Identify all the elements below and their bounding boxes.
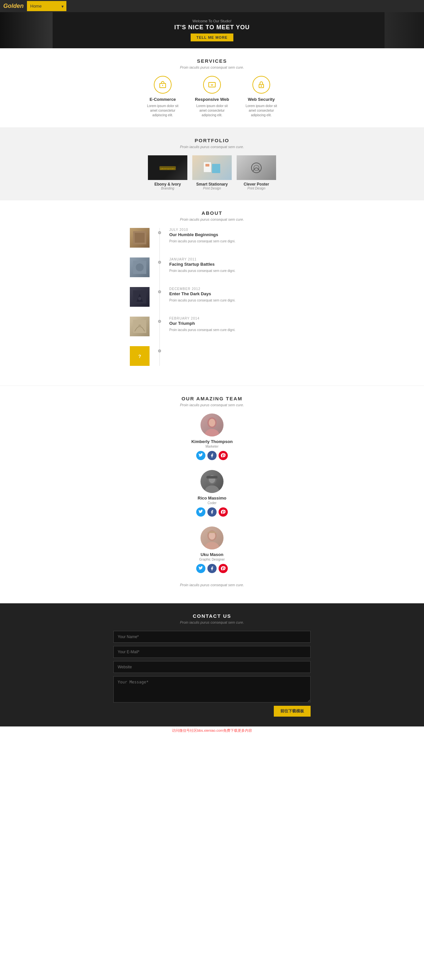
team-member-1: Kimberly Thompson Marketer (6, 414, 418, 460)
svg-point-17 (138, 297, 141, 300)
team-section: OUR AMAZING TEAM Proin iaculis purus con… (0, 386, 424, 603)
timeline-item-5: ? (130, 346, 294, 366)
services-section: SERVICES Proin iaculis purus consequat s… (0, 48, 424, 127)
security-name: Web Security (242, 97, 281, 102)
timeline-item-4: FEBRUARY 2014 Our Triumph Proin iaculis … (130, 317, 294, 336)
service-responsive: Responsive Web Lorem ipsum dolor sit ame… (192, 76, 232, 118)
timeline-dot-2 (158, 261, 161, 264)
twitter-icon-uku[interactable] (196, 564, 206, 573)
watermark-text: 访问微信号社区bbs.xieniao.com免费下载更多内容 (172, 729, 252, 732)
timeline-item-1: JULY 2010 Our Humble Beginnings Proin ia… (130, 228, 294, 248)
facebook-icon-rico[interactable] (207, 508, 217, 517)
submit-button[interactable]: 前往下载模板 (274, 706, 311, 717)
team-subtitle: Proin iaculis purus consequat sem cure. (6, 403, 418, 407)
timeline-text-3: Proin iaculis purus consequat sem cure d… (169, 298, 235, 303)
svg-point-15 (136, 263, 143, 271)
top-navigation: Golden Home About Portfolio Contact (0, 0, 424, 12)
svg-rect-2 (209, 83, 215, 87)
team-social-uku (6, 564, 418, 573)
twitter-icon-rico[interactable] (196, 508, 206, 517)
timeline-heading-2: Facing Startup Battles (169, 262, 235, 267)
email-input[interactable] (113, 646, 311, 658)
service-ecommerce: E-Commerce Lorem ipsum dolor sit amet co… (143, 76, 182, 118)
svg-text:EBONY&IVORY: EBONY&IVORY (160, 168, 175, 170)
hero-content: Welcome To Our Studio! IT'S NICE TO MEET… (174, 19, 250, 41)
portfolio-ebony-img: EBONY&IVORY (148, 155, 187, 180)
logo: Golden (3, 0, 27, 12)
portfolio-ebony[interactable]: EBONY&IVORY Ebony & Ivory Branding (148, 155, 187, 190)
portfolio-stationary-name: Smart Stationary (192, 182, 232, 186)
timeline-img-wrap-4 (130, 317, 156, 336)
ecommerce-icon (154, 76, 172, 94)
team-name-kimberly: Kimberly Thompson (6, 439, 418, 444)
hero-cta-button[interactable]: TELL ME MORE (191, 33, 234, 41)
svg-point-30 (205, 542, 219, 549)
team-bottom-text: Proin iaculis purus consequat sem cure. (6, 583, 418, 587)
team-photo-rico (201, 470, 223, 493)
team-role-kimberly: Marketer (6, 445, 418, 448)
portfolio-stationary[interactable]: Smart Stationary Print Design (192, 155, 232, 190)
team-photo-kimberly (201, 414, 223, 436)
timeline-dot-1 (158, 231, 161, 234)
timeline-text-2: Proin iaculis purus consequat sem cure d… (169, 268, 235, 273)
services-title: SERVICES (6, 58, 418, 64)
hero-title: IT'S NICE TO MEET YOU (174, 24, 250, 31)
contact-form: 前往下载模板 (113, 631, 311, 717)
timeline-img-yellow: ? (130, 346, 150, 366)
timeline-img-4 (130, 317, 150, 336)
team-social-kimberly (6, 451, 418, 460)
message-input[interactable] (113, 676, 311, 703)
team-member-2: Rico Massimo Coder (6, 470, 418, 517)
website-input[interactable] (113, 661, 311, 673)
hero-section: Welcome To Our Studio! IT'S NICE TO MEET… (0, 12, 424, 48)
portfolio-ebony-cat: Branding (148, 186, 187, 190)
service-security: Web Security Lorem ipsum dolor sit amet … (242, 76, 281, 118)
pinterest-icon-uku[interactable] (218, 564, 228, 573)
about-title: ABOUT (6, 210, 418, 216)
responsive-icon (203, 76, 221, 94)
timeline-heading-4: Our Triumph (169, 321, 235, 326)
timeline-dot-5 (158, 350, 161, 352)
pinterest-icon-rico[interactable] (218, 508, 228, 517)
timeline-dot-3 (158, 290, 161, 293)
portfolio-ebony-name: Ebony & Ivory (148, 182, 187, 186)
timeline-text-1: Proin iaculis purus consequat sem cure d… (169, 239, 235, 244)
portfolio-stationary-img (192, 155, 232, 180)
timeline-content-4: FEBRUARY 2014 Our Triumph Proin iaculis … (163, 317, 235, 332)
timeline-dot-4 (158, 320, 161, 323)
timeline-date-4: FEBRUARY 2014 (169, 317, 235, 320)
team-social-rico (6, 508, 418, 517)
timeline-heading-3: Enter The Dark Days (169, 291, 235, 296)
name-input[interactable] (113, 631, 311, 643)
services-grid: E-Commerce Lorem ipsum dolor sit amet co… (6, 76, 418, 118)
contact-title: CONTACT US (6, 613, 418, 619)
responsive-name: Responsive Web (192, 97, 232, 102)
timeline-img-3 (130, 287, 150, 307)
portfolio-poster[interactable]: Clever Poster Print Design (237, 155, 276, 190)
services-subtitle: Proin iaculis purus consequat sem cure. (6, 65, 418, 69)
facebook-icon-kimberly[interactable] (207, 451, 217, 460)
svg-point-26 (205, 485, 219, 493)
timeline-img-2 (130, 258, 150, 277)
about-subtitle: Proin iaculis purus consequat sem cure. (6, 217, 418, 221)
portfolio-stationary-cat: Print Design (192, 186, 232, 190)
nav-dropdown[interactable]: Home About Portfolio Contact (27, 1, 66, 11)
contact-section: CONTACT US Proin iaculis purus consequat… (0, 603, 424, 727)
portfolio-subtitle: Proin iaculis purus consequat sem cure. (6, 145, 418, 149)
svg-rect-13 (135, 233, 145, 243)
portfolio-grid: EBONY&IVORY Ebony & Ivory Branding Smart… (6, 155, 418, 190)
facebook-icon-uku[interactable] (207, 564, 217, 573)
timeline-content-3: DECEMBER 2012 Enter The Dark Days Proin … (163, 287, 235, 303)
portfolio-poster-name: Clever Poster (237, 182, 276, 186)
portfolio-title: PORTFOLIO (6, 138, 418, 143)
pinterest-icon-kimberly[interactable] (218, 451, 228, 460)
portfolio-poster-cat: Print Design (237, 186, 276, 190)
svg-rect-9 (206, 164, 209, 167)
svg-point-4 (261, 86, 261, 86)
security-icon (252, 76, 270, 94)
svg-rect-8 (212, 164, 220, 173)
team-photo-uku (201, 527, 223, 549)
twitter-icon-kimberly[interactable] (196, 451, 206, 460)
timeline: JULY 2010 Our Humble Beginnings Proin ia… (130, 228, 294, 366)
timeline-text-4: Proin iaculis purus consequat sem cure d… (169, 328, 235, 332)
